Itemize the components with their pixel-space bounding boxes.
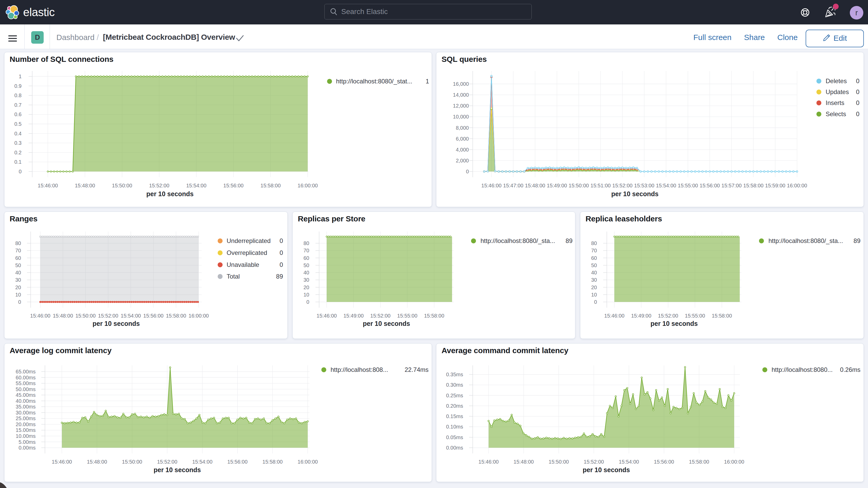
svg-text:15:58:00: 15:58:00 bbox=[262, 459, 283, 465]
svg-text:15:52:00: 15:52:00 bbox=[584, 459, 604, 465]
svg-text:70: 70 bbox=[591, 248, 597, 253]
svg-text:15:59:00: 15:59:00 bbox=[765, 183, 785, 188]
svg-text:20: 20 bbox=[16, 284, 21, 290]
svg-text:89: 89 bbox=[854, 237, 861, 244]
svg-text:15:50:00: 15:50:00 bbox=[112, 183, 132, 188]
svg-text:16:00:00: 16:00:00 bbox=[189, 313, 209, 318]
svg-text:http://localhost:8080/_stat...: http://localhost:8080/_stat... bbox=[336, 78, 412, 85]
svg-text:http://localhost:8080...: http://localhost:8080... bbox=[772, 366, 833, 373]
svg-text:15:56:00: 15:56:00 bbox=[700, 183, 720, 188]
svg-text:0.35ms: 0.35ms bbox=[446, 372, 463, 377]
svg-text:per 10 seconds: per 10 seconds bbox=[583, 466, 630, 474]
svg-text:per 10 seconds: per 10 seconds bbox=[650, 320, 698, 327]
svg-text:45.00ms: 45.00ms bbox=[16, 392, 36, 398]
svg-text:1: 1 bbox=[19, 73, 22, 79]
svg-text:0.5: 0.5 bbox=[14, 121, 22, 127]
svg-text:14,000: 14,000 bbox=[453, 92, 469, 98]
svg-text:40: 40 bbox=[591, 270, 597, 275]
svg-text:55.00ms: 55.00ms bbox=[16, 380, 36, 386]
svg-text:10: 10 bbox=[591, 292, 597, 298]
svg-text:15:46:00: 15:46:00 bbox=[316, 313, 337, 318]
svg-text:20: 20 bbox=[304, 284, 309, 290]
svg-text:4,000: 4,000 bbox=[456, 147, 469, 153]
svg-text:15:47:00: 15:47:00 bbox=[503, 183, 523, 188]
svg-text:0.15ms: 0.15ms bbox=[446, 414, 463, 419]
svg-text:70: 70 bbox=[16, 248, 21, 253]
svg-text:50: 50 bbox=[16, 263, 21, 268]
svg-text:15:58:00: 15:58:00 bbox=[712, 313, 732, 318]
svg-text:15:58:00: 15:58:00 bbox=[424, 313, 444, 318]
svg-text:15:50:00: 15:50:00 bbox=[75, 313, 96, 318]
svg-text:40: 40 bbox=[16, 270, 21, 275]
svg-text:40: 40 bbox=[304, 270, 309, 275]
svg-text:r: r bbox=[855, 8, 858, 17]
svg-text:http://localhost:808...: http://localhost:808... bbox=[331, 366, 388, 373]
svg-text:22.74ms: 22.74ms bbox=[405, 366, 429, 373]
svg-text:70: 70 bbox=[304, 248, 309, 253]
svg-text:60: 60 bbox=[591, 255, 597, 261]
svg-text:15:55:00: 15:55:00 bbox=[678, 183, 698, 188]
svg-text:15:48:00: 15:48:00 bbox=[525, 183, 545, 188]
svg-text:15:49:00: 15:49:00 bbox=[547, 183, 567, 188]
svg-text:15:52:00: 15:52:00 bbox=[149, 183, 169, 188]
svg-text:16:00:00: 16:00:00 bbox=[298, 459, 318, 465]
svg-text:15:48:00: 15:48:00 bbox=[75, 183, 95, 188]
svg-text:15:56:00: 15:56:00 bbox=[654, 459, 674, 465]
svg-text:15:56:00: 15:56:00 bbox=[143, 313, 163, 318]
svg-text:15:54:00: 15:54:00 bbox=[121, 313, 141, 318]
svg-text:60: 60 bbox=[16, 255, 21, 261]
svg-text:30.00ms: 30.00ms bbox=[16, 410, 36, 416]
svg-text:15:46:00: 15:46:00 bbox=[481, 183, 502, 188]
svg-text:15:48:00: 15:48:00 bbox=[514, 459, 534, 465]
svg-text:40.00ms: 40.00ms bbox=[16, 398, 36, 404]
svg-text:0.00ms: 0.00ms bbox=[19, 445, 36, 451]
svg-text:20.00ms: 20.00ms bbox=[16, 422, 36, 427]
svg-text:30: 30 bbox=[304, 277, 309, 283]
svg-text:0: 0 bbox=[306, 299, 309, 305]
svg-text:0: 0 bbox=[280, 261, 283, 268]
svg-text:50.00ms: 50.00ms bbox=[16, 387, 36, 392]
svg-text:80: 80 bbox=[304, 240, 309, 246]
svg-text:15:50:00: 15:50:00 bbox=[569, 183, 589, 188]
svg-text:15:56:00: 15:56:00 bbox=[227, 459, 248, 465]
svg-text:per 10 seconds: per 10 seconds bbox=[363, 320, 410, 327]
svg-text:0.20ms: 0.20ms bbox=[446, 403, 463, 409]
svg-text:15:52:00: 15:52:00 bbox=[612, 183, 632, 188]
svg-text:16:00:00: 16:00:00 bbox=[724, 459, 744, 465]
svg-text:0: 0 bbox=[594, 299, 597, 305]
svg-text:10: 10 bbox=[304, 292, 309, 298]
svg-text:15:52:00: 15:52:00 bbox=[370, 313, 391, 318]
svg-text:15:49:00: 15:49:00 bbox=[343, 313, 364, 318]
svg-text:0.3: 0.3 bbox=[14, 140, 22, 146]
svg-text:15:48:00: 15:48:00 bbox=[53, 313, 73, 318]
svg-text:0.6: 0.6 bbox=[14, 112, 22, 117]
svg-text:60.00ms: 60.00ms bbox=[16, 375, 36, 380]
svg-text:0: 0 bbox=[280, 237, 283, 244]
svg-text:10: 10 bbox=[16, 292, 21, 298]
svg-text:15:50:00: 15:50:00 bbox=[549, 459, 569, 465]
svg-text:15:55:00: 15:55:00 bbox=[397, 313, 417, 318]
svg-text:0.7: 0.7 bbox=[14, 102, 22, 108]
svg-text:12,000: 12,000 bbox=[453, 103, 469, 109]
svg-text:20: 20 bbox=[591, 284, 597, 290]
svg-text:15:51:00: 15:51:00 bbox=[590, 183, 611, 188]
svg-text:0.8: 0.8 bbox=[14, 92, 22, 98]
svg-text:0.00ms: 0.00ms bbox=[446, 445, 463, 451]
svg-text:0.1: 0.1 bbox=[14, 159, 22, 165]
svg-text:0: 0 bbox=[856, 88, 860, 95]
svg-text:5.00ms: 5.00ms bbox=[19, 439, 36, 445]
svg-text:25.00ms: 25.00ms bbox=[16, 416, 36, 421]
svg-text:15:52:00: 15:52:00 bbox=[98, 313, 118, 318]
svg-text:15:52:00: 15:52:00 bbox=[157, 459, 177, 465]
svg-text:89: 89 bbox=[276, 273, 283, 280]
svg-text:10,000: 10,000 bbox=[453, 114, 469, 120]
svg-text:http://localhost:8080/_sta...: http://localhost:8080/_sta... bbox=[769, 237, 843, 244]
svg-text:16:00:00: 16:00:00 bbox=[787, 183, 807, 188]
svg-text:15:57:00: 15:57:00 bbox=[721, 183, 742, 188]
svg-text:15:46:00: 15:46:00 bbox=[38, 183, 58, 188]
svg-text:0.05ms: 0.05ms bbox=[446, 434, 463, 440]
svg-text:6,000: 6,000 bbox=[456, 136, 469, 142]
svg-text:0.4: 0.4 bbox=[14, 131, 22, 136]
svg-text:2,000: 2,000 bbox=[456, 158, 469, 163]
svg-text:16:00:00: 16:00:00 bbox=[298, 183, 318, 188]
